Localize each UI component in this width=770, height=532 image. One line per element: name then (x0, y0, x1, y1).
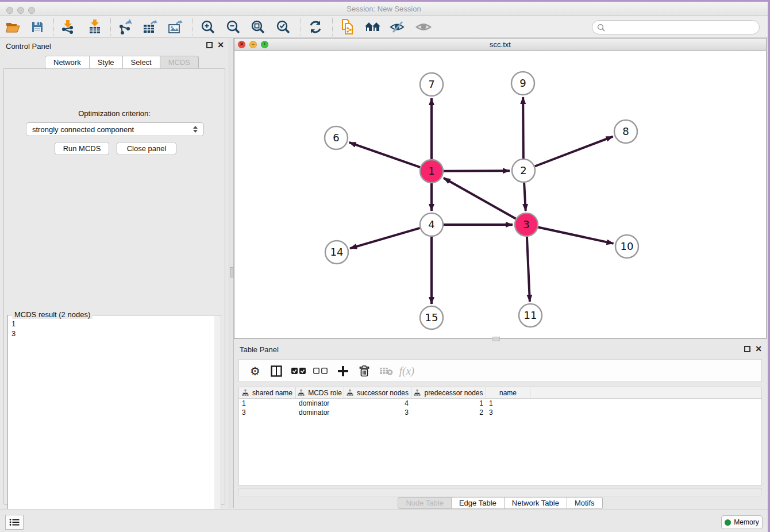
cell-mcds-role[interactable]: dominator (296, 399, 344, 408)
cell-name[interactable]: 3 (486, 408, 530, 417)
network-canvas[interactable]: 1234678910111415 (234, 51, 766, 338)
hide-details-icon[interactable] (387, 17, 408, 37)
graph-edge-2-3[interactable] (524, 183, 526, 211)
network-maximize-icon[interactable]: + (261, 41, 268, 48)
close-panel-icon[interactable]: ✕ (217, 42, 224, 48)
tab-style[interactable]: Style (90, 56, 123, 69)
import-network-icon[interactable] (57, 17, 78, 37)
memory-label: Memory (734, 518, 759, 526)
add-column-icon[interactable] (333, 361, 353, 381)
graph-edge-1-2[interactable] (444, 171, 510, 171)
splitter-handle[interactable] (230, 267, 233, 277)
graph-edge-2-8[interactable] (535, 137, 613, 167)
network-close-icon[interactable]: ✕ (238, 41, 245, 48)
table-row[interactable]: 3 dominator 3 2 3 (239, 408, 761, 417)
gear-icon[interactable]: ⚙ (245, 361, 265, 381)
zoom-out-icon[interactable] (223, 17, 244, 37)
export-table-icon[interactable] (140, 17, 160, 37)
graph-edge-3-11[interactable] (527, 237, 530, 302)
column-header-shared-name[interactable]: shared name (239, 387, 296, 398)
table-horizontal-scrollbar[interactable] (238, 488, 762, 496)
column-header-successor-nodes[interactable]: successor nodes (344, 387, 411, 398)
graph-edge-1-6[interactable] (349, 142, 421, 167)
zoom-in-icon[interactable] (198, 17, 218, 37)
zoom-selected-icon[interactable] (273, 17, 294, 37)
mcds-result-line: 3 (11, 329, 16, 338)
column-header-predecessor-nodes[interactable]: predecessor nodes (411, 387, 486, 398)
cell-predecessor-nodes[interactable]: 1 (411, 399, 486, 408)
criterion-select[interactable]: strongly connected component (26, 122, 204, 136)
graph-node-label-15: 15 (425, 311, 438, 323)
graph-edge-2-9[interactable] (523, 97, 523, 159)
mcds-result-box[interactable]: 1 3 (7, 315, 221, 532)
close-panel-button[interactable]: Close panel (117, 142, 176, 155)
graph-edge-3-10[interactable] (538, 227, 614, 243)
column-header-mcds-role[interactable]: MCDS role (296, 387, 344, 398)
network-overview-icon[interactable] (363, 17, 383, 37)
show-details-icon[interactable] (413, 17, 434, 37)
horizontal-splitter-handle[interactable] (492, 337, 500, 341)
network-minimize-icon[interactable]: − (249, 41, 257, 48)
column-header-name[interactable]: name (486, 387, 530, 398)
task-history-button[interactable] (5, 515, 24, 530)
window-close-icon[interactable] (6, 7, 13, 14)
graph-edge-3-1[interactable] (444, 178, 516, 219)
columns-icon[interactable] (267, 361, 286, 381)
float-table-panel-icon[interactable] (744, 346, 750, 352)
control-panel-tabs: Network Style Select MCDS (45, 56, 199, 69)
optimization-criterion-label: Optimization criterion: (4, 109, 225, 118)
cell-name[interactable]: 1 (486, 399, 530, 408)
graph-node-label-2: 2 (520, 164, 526, 176)
cell-successor-nodes[interactable]: 4 (344, 399, 411, 408)
float-panel-icon[interactable] (206, 42, 213, 48)
node-table[interactable]: shared name MCDS role successor nodes pr… (238, 387, 762, 485)
search-input[interactable] (605, 24, 759, 32)
network-window-titlebar[interactable]: ✕ − + scc.txt (234, 38, 766, 51)
copy-network-icon[interactable] (337, 17, 358, 37)
cell-mcds-role[interactable]: dominator (296, 408, 344, 417)
graph-node-label-11: 11 (524, 309, 537, 321)
main-toolbar (0, 16, 768, 38)
tab-network-table[interactable]: Network Table (505, 497, 567, 509)
mcds-result-group: 1 3 MCDS result (2 nodes) (7, 315, 221, 532)
delete-table-icon[interactable] (376, 361, 396, 381)
cell-successor-nodes[interactable]: 3 (344, 408, 411, 417)
refresh-icon[interactable] (305, 17, 326, 37)
open-file-icon[interactable] (3, 17, 24, 37)
cell-shared-name[interactable]: 1 (239, 399, 296, 408)
import-table-icon[interactable] (84, 17, 105, 37)
memory-status-icon (725, 519, 731, 526)
control-panel-title: Control Panel (6, 42, 51, 51)
table-row[interactable]: 1 dominator 4 1 1 (239, 399, 761, 408)
delete-icon[interactable] (355, 361, 374, 381)
export-image-icon[interactable] (165, 17, 186, 37)
select-all-icon[interactable] (289, 361, 309, 381)
search-box[interactable] (592, 20, 760, 34)
export-network-icon[interactable] (115, 17, 136, 37)
function-builder-icon[interactable]: f(x) (397, 361, 417, 381)
toolbar-separator (192, 18, 193, 36)
mcds-result-title: MCDS result (2 nodes) (12, 310, 93, 319)
zoom-fit-icon[interactable] (248, 17, 268, 37)
tab-node-table[interactable]: Node Table (398, 497, 452, 509)
window-zoom-icon[interactable] (28, 7, 35, 14)
run-mcds-button[interactable]: Run MCDS (55, 142, 109, 155)
panel-splitter[interactable] (229, 38, 234, 508)
edit-column-icon (414, 390, 421, 396)
graph-edge-4-14[interactable] (350, 228, 420, 248)
table-panel: Table Panel ✕ ⚙ f(x) shar (234, 342, 767, 509)
tab-motifs[interactable]: Motifs (567, 497, 603, 509)
close-table-panel-icon[interactable]: ✕ (755, 346, 762, 352)
deselect-all-icon[interactable] (311, 361, 330, 381)
window-minimize-icon[interactable] (17, 7, 24, 14)
memory-button[interactable]: Memory (721, 515, 763, 529)
tab-network[interactable]: Network (45, 56, 90, 69)
tab-select[interactable]: Select (123, 56, 160, 69)
cell-shared-name[interactable]: 3 (239, 408, 296, 417)
result-scrollbar[interactable] (214, 316, 220, 532)
select-stepper-icon (193, 126, 198, 133)
cell-predecessor-nodes[interactable]: 2 (411, 408, 486, 417)
tab-edge-table[interactable]: Edge Table (452, 497, 505, 509)
tab-mcds[interactable]: MCDS (160, 56, 199, 69)
save-session-icon[interactable] (27, 17, 48, 37)
